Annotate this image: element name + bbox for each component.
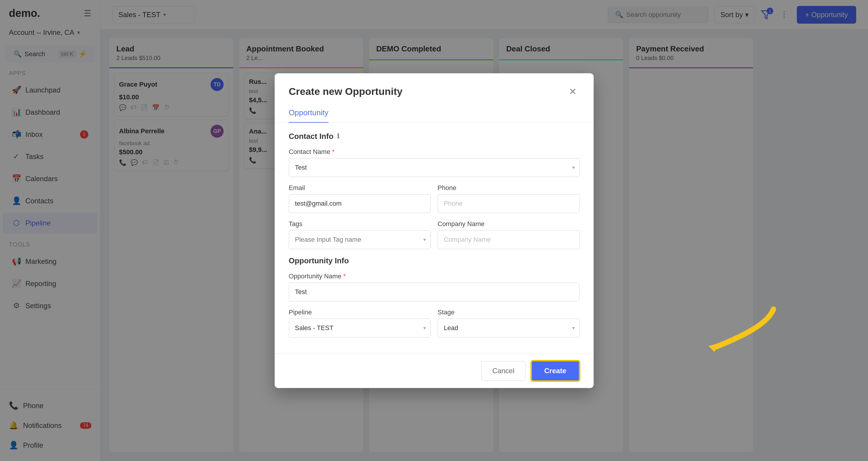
modal-overlay: Create new Opportunity ✕ Opportunity Con… (0, 0, 868, 461)
opportunity-name-row: Opportunity Name * (289, 272, 580, 301)
contact-name-select-wrapper: ▾ (289, 158, 580, 177)
modal-close-button[interactable]: ✕ (566, 85, 580, 98)
stage-group: Stage ▾ (438, 309, 580, 338)
tags-company-row: Tags ▾ Company Name (289, 220, 580, 249)
contact-name-row: Contact Name * ▾ (289, 148, 580, 177)
contact-name-label: Contact Name * (289, 148, 580, 156)
phone-input[interactable] (438, 194, 580, 213)
cancel-button[interactable]: Cancel (482, 361, 525, 381)
pipeline-select-wrapper: ▾ (289, 319, 431, 338)
contact-name-group: Contact Name * ▾ (289, 148, 580, 177)
company-name-group: Company Name (438, 220, 580, 249)
company-name-input[interactable] (438, 230, 580, 249)
email-input[interactable] (289, 194, 431, 213)
opportunity-name-label: Opportunity Name * (289, 272, 580, 280)
opportunity-info-section-title: Opportunity Info (289, 256, 580, 265)
info-icon[interactable]: ℹ (337, 133, 339, 140)
email-phone-row: Email Phone (289, 184, 580, 213)
email-group: Email (289, 184, 431, 213)
stage-select[interactable] (438, 319, 580, 338)
tags-select-wrapper: ▾ (289, 230, 431, 249)
modal-title: Create new Opportunity (289, 86, 403, 97)
create-button[interactable]: Create (531, 361, 580, 381)
modal-footer: Cancel Create (275, 353, 594, 388)
stage-select-wrapper: ▾ (438, 319, 580, 338)
pipeline-group: Pipeline ▾ (289, 309, 431, 338)
modal-tabs: Opportunity (275, 104, 594, 123)
phone-group: Phone (438, 184, 580, 213)
opportunity-name-group: Opportunity Name * (289, 272, 580, 301)
company-name-label: Company Name (438, 220, 580, 228)
contact-info-section-title: Contact Info ℹ (289, 132, 580, 141)
pipeline-label: Pipeline (289, 309, 431, 316)
contact-name-input[interactable] (289, 158, 580, 177)
opportunity-name-input[interactable] (289, 283, 580, 301)
tags-label: Tags (289, 220, 431, 228)
modal-body: Contact Info ℹ Contact Name * ▾ (275, 123, 594, 353)
pipeline-select[interactable] (289, 319, 431, 338)
email-label: Email (289, 184, 431, 192)
tab-opportunity[interactable]: Opportunity (289, 104, 329, 123)
required-star: * (332, 148, 335, 156)
modal-header: Create new Opportunity ✕ (275, 73, 594, 104)
stage-label: Stage (438, 309, 580, 316)
create-opportunity-modal: Create new Opportunity ✕ Opportunity Con… (275, 73, 594, 388)
tags-group: Tags ▾ (289, 220, 431, 249)
phone-label: Phone (438, 184, 580, 192)
tags-input[interactable] (289, 230, 431, 249)
pipeline-stage-row: Pipeline ▾ Stage ▾ (289, 309, 580, 338)
required-star-opp: * (343, 272, 346, 280)
